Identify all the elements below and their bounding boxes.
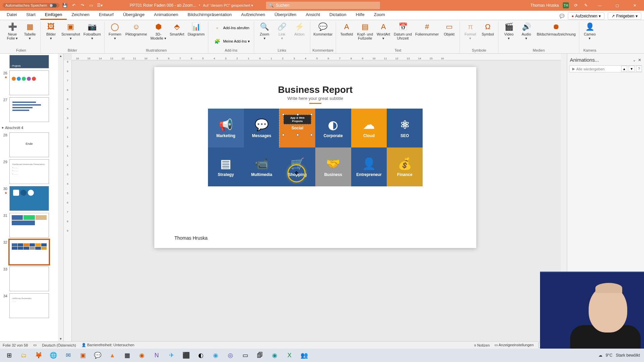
tile-business[interactable]: 🤝Business [315, 147, 351, 186]
app-icon-7[interactable]: ◎ [223, 350, 237, 361]
app-icon-8[interactable]: ▭ [238, 350, 252, 361]
ribbon-tab-zeichnen[interactable]: Zeichnen [67, 10, 94, 20]
move-down-icon[interactable]: ▼ [629, 66, 635, 72]
ribbon-tab-einfügen[interactable]: Einfügen [40, 10, 67, 20]
onenote-icon[interactable]: N [150, 350, 164, 361]
start-button[interactable]: ⊞ [2, 350, 16, 361]
teams-icon[interactable]: 👥 [297, 350, 311, 361]
slide-subtitle[interactable]: Write here your great subtitle [154, 96, 476, 101]
save-icon[interactable]: 💾 [62, 2, 68, 8]
close-pane-icon[interactable]: ✕ [638, 58, 641, 62]
search-input[interactable]: 🔍 Suchen [266, 2, 380, 9]
slide-thumbnail-26[interactable]: 26★ [1, 70, 57, 95]
notes-button[interactable]: ≡ Notizen [474, 343, 490, 347]
ribbon-tab-entwurf[interactable]: Entwurf [94, 10, 118, 20]
sync-icon[interactable]: ⟳ [573, 2, 579, 8]
slide-thumbnail-29[interactable]: 29Dashboard basierende Presentation• ...… [1, 159, 57, 184]
section-header[interactable]: ▸ Abschnitt 4 [1, 124, 57, 130]
zoom-object-selected[interactable]: App & WebProjects [283, 115, 311, 124]
ribbon-tab-zoom[interactable]: Zoom [369, 10, 390, 20]
weather-icon[interactable]: ☁ [598, 353, 602, 358]
user-avatar[interactable]: TH [563, 2, 569, 8]
ribbon-piktogramme[interactable]: ☺Piktogramme [124, 21, 149, 37]
ribbon-tab-hilfe[interactable]: Hilfe [351, 10, 369, 20]
ribbon-addins[interactable]: ▫Add-Ins abrufen [210, 22, 251, 33]
help-icon[interactable]: ? [636, 66, 642, 72]
ribbon-fotoalbum[interactable]: 📷Fotoalbum▾ [82, 21, 102, 41]
accessibility-check[interactable]: 👤 Barrierefreiheit: Untersuchen [82, 343, 135, 347]
language-indicator[interactable]: Deutsch (Österreich) [42, 343, 76, 347]
tile-corporate[interactable]: ◐Corporate [315, 109, 351, 147]
move-up-icon[interactable]: ▲ [621, 66, 627, 72]
start-show-icon[interactable]: ▭ [88, 2, 94, 8]
slide-thumbnail-partial[interactable]: ▫ Projects [1, 55, 57, 68]
ribbon-kommentar[interactable]: 💬Kommentar [312, 21, 334, 37]
tile-social[interactable]: App & WebProjectsSocial [279, 109, 315, 147]
display-settings-button[interactable]: ▭ Anzeigeeinstellungen [494, 343, 534, 347]
tile-marketing[interactable]: 📢Marketing [208, 109, 244, 147]
scroll-up-icon[interactable]: ▲ [59, 54, 62, 58]
vlc-icon[interactable]: ▲ [105, 350, 119, 361]
tile-cloud[interactable]: ☁Cloud [351, 109, 387, 147]
outlook-icon[interactable]: ✉ [61, 350, 75, 361]
ribbon-tab-dictation[interactable]: Dictation [325, 10, 351, 20]
tile-seo[interactable]: ⚛SEO [387, 109, 423, 147]
ribbon-datum[interactable]: 📅Datum undUhrzeit [392, 21, 413, 41]
slide[interactable]: Business Report Write here your great su… [154, 67, 476, 248]
app-icon-6[interactable]: ◉ [209, 350, 223, 361]
drawing-icon[interactable]: ✎ [583, 2, 589, 8]
ribbon-tab-bildschirmpräsentation[interactable]: Bildschirmpräsentation [183, 10, 236, 20]
ribbon-neue[interactable]: ➕NeueFolie ▾ [4, 21, 21, 41]
ribbon-diagramm[interactable]: 📊Diagramm [186, 21, 206, 37]
selection-handle[interactable] [310, 134, 313, 136]
powerpoint-icon[interactable]: ▣ [76, 350, 90, 361]
collapse-icon[interactable]: ▸ [2, 125, 4, 130]
spellcheck-icon[interactable]: ▭ [33, 343, 37, 347]
selection-handle[interactable] [282, 134, 284, 136]
undo-icon[interactable]: ↶ [71, 2, 77, 8]
slide-thumbnail-31[interactable]: 31 [1, 213, 57, 238]
slide-footer-author[interactable]: Thomas Hruska [174, 235, 208, 241]
excel-icon[interactable]: X [282, 350, 297, 361]
slide-thumbnail-27[interactable]: 27 [1, 97, 57, 122]
ribbon-tab-ansicht[interactable]: Ansicht [301, 10, 325, 20]
app-icon-1[interactable]: 💬 [91, 350, 105, 361]
slide-counter[interactable]: Folie 32 von 58 [3, 343, 28, 347]
ribbon-screenshot[interactable]: ▣Screenshot▾ [60, 21, 82, 41]
maximize-button[interactable]: ▢ [610, 0, 624, 11]
touch-mode-icon[interactable]: ☰▾ [97, 2, 103, 8]
slide-thumbnail-34[interactable]: 34Aufführung: Businessplan........ [1, 293, 57, 318]
ribbon-wordart[interactable]: AWordArt▾ [375, 21, 392, 41]
chevron-down-icon[interactable]: ⌄ [633, 58, 636, 62]
ribbon-objekt[interactable]: ▭Objekt [441, 21, 458, 37]
firefox-icon[interactable]: 🦊 [32, 350, 46, 361]
minimize-button[interactable]: — [593, 0, 606, 11]
ribbon-bilder[interactable]: 🖼Bilder▾ [43, 21, 59, 41]
slide-canvas-area[interactable]: 1615141312111098765432101234567891011121… [64, 54, 567, 341]
edge-icon[interactable]: ◉ [268, 350, 282, 361]
save-location[interactable]: Auf "diesem PC" gespeichert ▾ [203, 3, 253, 8]
ribbon-zoom[interactable]: 🔍Zoom▾ [256, 21, 273, 41]
ribbon-smartart[interactable]: ⬘SmartArt [168, 21, 185, 37]
tile-entrepreneur[interactable]: 👤Entrepreneur [351, 147, 387, 186]
tile-multimedia[interactable]: 📹Multimedia [244, 147, 280, 186]
redo-icon[interactable]: ↷ [79, 2, 86, 8]
scroll-down-icon[interactable]: ▼ [59, 337, 62, 341]
ribbon-video[interactable]: 🎬Video▾ [500, 21, 517, 41]
app-icon-9[interactable]: 🗐 [253, 350, 267, 361]
app-icon-2[interactable]: ▦ [120, 350, 134, 361]
ribbon-kopf[interactable]: ▤Kopf- undFußzeile [356, 21, 374, 41]
ribbon-symbol[interactable]: ΩSymbol [479, 21, 496, 37]
tile-shopping[interactable]: 🛒Shopping [279, 147, 315, 186]
ribbon-meine[interactable]: 🧩Meine Add-Ins ▾ [210, 36, 252, 47]
explorer-icon[interactable]: 🗂 [17, 350, 31, 361]
ribbon-tab-animationen[interactable]: Animationen [149, 10, 183, 20]
telegram-icon[interactable]: ✈ [164, 350, 178, 361]
ribbon-tabelle[interactable]: ▦Tabelle▾ [21, 21, 38, 41]
ribbon-formen[interactable]: ◯Formen▾ [107, 21, 123, 41]
selection-handle[interactable] [297, 113, 299, 116]
ribbon-tab-überprüfen[interactable]: Überprüfen [270, 10, 301, 20]
ribbon-bildschirmaufzeichnung[interactable]: ⏺Bildschirmaufzeichnung [535, 21, 577, 37]
document-title[interactable]: PPT01 Roter Faden 006 - ab Zoom... [130, 3, 196, 8]
thumbnail-scrollbar[interactable]: ▲ ▼ [58, 54, 63, 341]
